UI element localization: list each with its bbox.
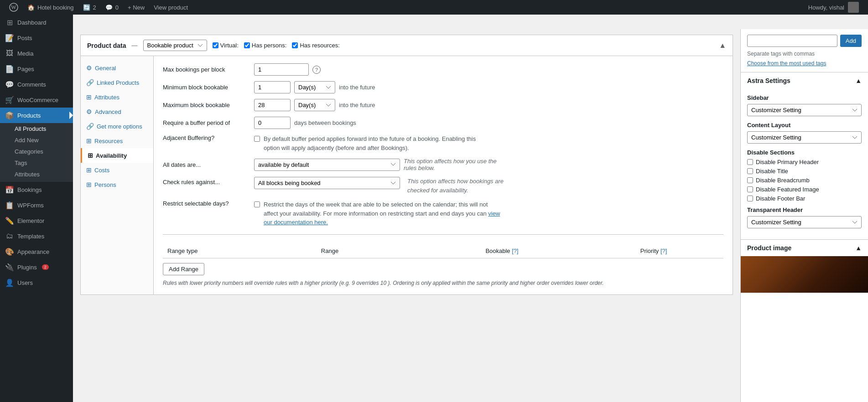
plugins-badge: 2: [42, 264, 49, 270]
min-block-input[interactable]: [254, 81, 291, 93]
astra-settings-header[interactable]: Astra Settings ▲: [741, 72, 868, 89]
tab-availability-label: Availability: [96, 152, 127, 159]
disable-primary-header-row: Disable Primary Header: [747, 159, 862, 165]
tab-persons[interactable]: ⊞ Persons: [81, 177, 153, 192]
virtual-checkbox[interactable]: [213, 42, 218, 48]
priority-help-link[interactable]: [?]: [660, 247, 667, 254]
tab-resources[interactable]: ⊞ Resources: [81, 134, 153, 148]
tab-linked-products[interactable]: 🔗 Linked Products: [81, 75, 153, 90]
product-image-header[interactable]: Product image ▲: [741, 240, 868, 256]
appearance-icon: 🎨: [5, 247, 14, 256]
tab-attributes-label: Attributes: [94, 94, 120, 101]
product-type-select[interactable]: Bookable product Simple product Grouped …: [143, 40, 207, 51]
sidebar-item-products[interactable]: 📦 Products: [0, 108, 73, 123]
bookable-help-link[interactable]: [?]: [512, 247, 518, 254]
sidebar-item-comments[interactable]: 💬 Comments: [0, 77, 73, 92]
has-persons-checkbox[interactable]: [244, 42, 250, 48]
max-block-unit-select[interactable]: Hour(s) Day(s) Week(s) Month(s): [294, 99, 335, 111]
updates-count: 2: [93, 4, 96, 11]
sidebar-item-dashboard[interactable]: ⊞ Dashboard: [0, 15, 73, 30]
sidebar-subitem-tags[interactable]: Tags: [0, 157, 73, 169]
max-bookings-help-icon[interactable]: ?: [312, 66, 321, 74]
range-table-section: Range type Range Bookable [?] Priority […: [163, 234, 723, 287]
general-tab-icon: ⚙: [86, 64, 92, 72]
sidebar-item-plugins[interactable]: 🔌 Plugins 2: [0, 259, 73, 275]
sidebar-item-media[interactable]: 🖼 Media: [0, 46, 73, 61]
sidebar-item-label: Media: [17, 50, 33, 57]
all-dates-row: All dates are... available by default no…: [163, 158, 723, 171]
add-range-button[interactable]: Add Range: [163, 263, 204, 275]
tab-availability[interactable]: ⊞ Availability: [81, 148, 153, 163]
disable-primary-header-label: Disable Primary Header: [756, 159, 819, 165]
tags-input-field[interactable]: [747, 35, 837, 47]
min-block-suffix: into the future: [339, 84, 375, 91]
content-layout-select[interactable]: Customizer Setting Normal Narrow Full Wi…: [747, 131, 862, 144]
has-resources-label: Has resources:: [300, 42, 339, 49]
sidebar-item-bookings[interactable]: 📅 Bookings: [0, 182, 73, 197]
tab-advanced[interactable]: ⚙ Advanced: [81, 104, 153, 119]
sidebar-item-appearance[interactable]: 🎨 Appearance: [0, 244, 73, 259]
view-product-label: View product: [154, 4, 188, 11]
virtual-checkbox-group[interactable]: Virtual:: [213, 42, 239, 49]
sidebar-item-label: Templates: [17, 233, 44, 240]
has-resources-checkbox[interactable]: [292, 42, 298, 48]
sidebar-item-posts[interactable]: 📝 Posts: [0, 30, 73, 46]
sidebar-item-pages[interactable]: 📄 Pages: [0, 61, 73, 77]
disable-featured-image-row: Disable Featured Image: [747, 186, 862, 193]
min-block-unit-select[interactable]: Hour(s) Day(s) Week(s) Month(s): [294, 81, 335, 93]
sidebar-subitem-attributes[interactable]: Attributes: [0, 169, 73, 180]
disable-primary-header-checkbox[interactable]: [747, 159, 753, 165]
disable-title-checkbox[interactable]: [747, 168, 753, 174]
updates-button[interactable]: 🔄 2: [78, 0, 101, 15]
comments-button[interactable]: 💬 0: [101, 0, 123, 15]
wp-logo-button[interactable]: W: [5, 0, 23, 15]
sidebar-item-elementor[interactable]: ✏️ Elementor: [0, 213, 73, 228]
tab-resources-label: Resources: [94, 138, 123, 144]
content-layout-label: Content Layout: [747, 122, 862, 129]
tags-add-button[interactable]: Add: [840, 35, 862, 47]
transparent-header-label: Transparent Header: [747, 206, 862, 213]
disable-featured-image-checkbox[interactable]: [747, 186, 753, 192]
sidebar-item-wpforms[interactable]: 📋 WPForms: [0, 197, 73, 213]
check-rules-row: Check rules against... All blocks being …: [163, 177, 723, 195]
max-block-input[interactable]: [254, 99, 291, 111]
sidebar-item-users[interactable]: 👤 Users: [0, 275, 73, 290]
product-image-preview[interactable]: [741, 256, 868, 293]
sidebar-subitem-categories[interactable]: Categories: [0, 146, 73, 157]
tab-general[interactable]: ⚙ General: [81, 61, 153, 75]
buffer-input[interactable]: [254, 117, 291, 129]
transparent-header-select[interactable]: Customizer Setting Enable Disable: [747, 216, 862, 228]
range-table: Range type Range Bookable [?] Priority […: [163, 244, 723, 258]
site-name-button[interactable]: 🏠 Hotel booking: [23, 0, 78, 15]
all-dates-select[interactable]: available by default not available by de…: [254, 159, 400, 171]
sidebar-subitem-add-new[interactable]: Add New: [0, 134, 73, 146]
check-rules-select[interactable]: All blocks being booked The first block …: [254, 177, 400, 189]
max-bookings-input[interactable]: [254, 63, 309, 76]
max-block-row: Maximum block bookable Hour(s) Day(s) We…: [163, 99, 723, 111]
sidebar-setting-select[interactable]: Customizer Setting Left Sidebar Right Si…: [747, 104, 862, 116]
sidebar-subitem-all-products[interactable]: All Products: [0, 123, 73, 134]
restrict-checkbox[interactable]: [254, 201, 260, 207]
new-button[interactable]: + New: [123, 0, 149, 15]
view-product-button[interactable]: View product: [149, 0, 192, 15]
tab-attributes[interactable]: ⊞ Attributes: [81, 90, 153, 104]
disable-footer-bar-checkbox[interactable]: [747, 196, 753, 201]
resources-tab-icon: ⊞: [86, 137, 92, 144]
sidebar-item-woocommerce[interactable]: 🛒 WooCommerce: [0, 92, 73, 108]
sidebar-item-templates[interactable]: 🗂 Templates: [0, 228, 73, 244]
astra-settings-title: Astra Settings: [747, 77, 790, 84]
tab-get-more-options[interactable]: 🔗 Get more options: [81, 119, 153, 134]
has-persons-checkbox-group[interactable]: Has persons:: [244, 42, 287, 49]
sidebar-item-label: Posts: [17, 35, 32, 41]
tags-most-used-link[interactable]: Choose from the most used tags: [747, 60, 826, 67]
disable-breadcrumb-checkbox[interactable]: [747, 177, 753, 183]
max-bookings-row: Max bookings per block ?: [163, 63, 723, 76]
sidebar-item-label: WooCommerce: [17, 97, 58, 103]
virtual-label: Virtual:: [220, 42, 239, 49]
buffer-suffix: days between bookings: [294, 119, 356, 126]
has-resources-checkbox-group[interactable]: Has resources:: [292, 42, 339, 49]
adjacent-checkbox[interactable]: [254, 136, 260, 142]
tab-costs[interactable]: ⊞ Costs: [81, 163, 153, 177]
collapse-button[interactable]: ▲: [719, 41, 726, 50]
sidebar-item-label: Plugins: [17, 264, 37, 271]
